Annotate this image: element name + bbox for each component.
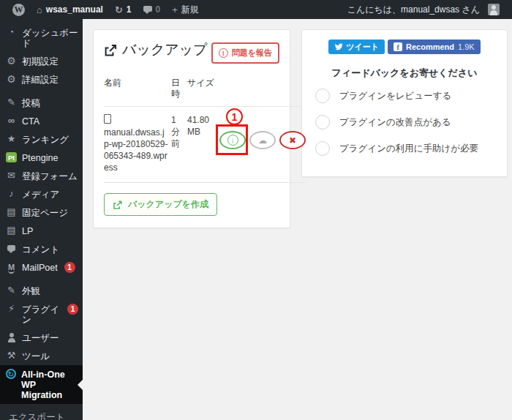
facebook-recommend-button[interactable]: f Recommend 1.9K [388,40,481,54]
feedback-option-2[interactable]: プラグインの利用に手助けが必要 [314,135,495,162]
column-header-date: 日時 [171,71,187,107]
download-backup-button[interactable]: ↓ [219,131,246,149]
sidebar-item-label: 初期設定 [22,56,59,67]
feedback-option-label: プラグインをレビューする [339,90,451,102]
count-badge: 1 [67,304,78,315]
delete-backup-button[interactable]: ✖ [279,131,306,149]
page-title: バックアップ [104,40,208,59]
sidebar-item-mailpoet[interactable]: MailPoet1 [0,258,83,277]
plugin-icon [6,304,17,314]
admin-bar: W ⌂ wsas_manual ↻ 1 0 + 新規 こんにちは、manual_… [0,0,512,19]
ptengine-icon [6,152,17,162]
user-icon [6,332,17,342]
report-issue-button[interactable]: ! 問題を報告 [211,42,279,64]
backup-date-cell: 1分前 [171,107,187,183]
sidebar-item-cta[interactable]: CTA [0,112,83,130]
sidebar-item-lp[interactable]: LP [0,222,83,240]
account-menu[interactable]: こんにちは、manual_dwsas さん [342,0,505,19]
sidebar-item-ranking[interactable]: ランキング [0,130,83,149]
sidebar-item-pages[interactable]: 固定ページ [0,203,83,222]
twitter-bird-icon [334,42,343,51]
export-icon [113,200,123,210]
plus-icon: + [172,4,178,15]
sidebar-item-plugins[interactable]: プラグイン1 [0,300,83,329]
pin-icon [6,97,17,108]
submenu-item-export[interactable]: エクスポート [0,410,83,420]
sidebar-item-dashboard[interactable]: ダッシュボード [0,23,83,52]
column-header-name: 名前 [104,71,171,107]
sidebar-item-appearance[interactable]: 外観 [0,282,83,300]
submenu-item-label: エクスポート [9,412,64,420]
sidebar-item-label: コメント [22,244,59,255]
mailpoet-icon [6,262,17,272]
gear-icon [6,56,17,67]
migration-submenu: エクスポートインポートバックアップ [0,404,83,420]
annotation-step-number: 1 [226,108,243,125]
greeting-text: こんにちは、manual_dwsas さん [347,4,480,16]
updates-menu[interactable]: ↻ 1 [110,0,137,19]
tools-icon [6,350,17,361]
file-icon [104,114,111,124]
home-icon: ⌂ [37,4,42,15]
feedback-option-1[interactable]: プラグインの改善点がある [314,109,495,135]
sidebar-item-label: ツール [22,350,50,361]
migration-icon [6,369,16,379]
create-backup-button[interactable]: バックアップを作成 [104,193,217,216]
wp-logo-menu[interactable]: W [7,0,30,19]
alert-icon: ! [219,48,228,58]
feedback-heading: フィードバックをお寄せください [314,67,495,80]
download-icon: ↓ [227,135,238,146]
link-icon [6,116,17,126]
sidebar-item-label: LP [22,225,33,236]
sidebar-item-all-in-one-wp-migration[interactable]: All-in-One WP Migration [0,365,83,404]
sidebar-item-users[interactable]: ユーザー [0,329,83,347]
avatar [488,4,500,15]
sidebar-item-label: メディア [22,189,59,200]
restore-cloud-icon: ☁ [258,135,267,146]
backups-table: 名前 日時 サイズ manual.dwsas.jp-wp-20180529-06… [104,71,279,183]
admin-sidebar: ダッシュボード初期設定詳細設定投稿CTAランキングPtengine登録フォームメ… [0,19,83,420]
sidebar-item-media[interactable]: メディア [0,185,83,203]
backup-card: バックアップ ! 問題を報告 名前 日時 サイズ manual.dwsas.jp… [93,29,290,228]
sidebar-item-registration-form[interactable]: 登録フォーム [0,167,83,185]
sidebar-item-label: 外観 [22,285,40,296]
comment-icon [6,244,17,254]
radio-button[interactable] [315,89,330,103]
sidebar-item-tools[interactable]: ツール [0,347,83,365]
feedback-option-label: プラグインの改善点がある [339,116,451,129]
sidebar-item-initial-settings[interactable]: 初期設定 [0,52,83,70]
radio-button[interactable] [315,115,330,130]
feedback-option-0[interactable]: プラグインをレビューする [314,83,495,109]
sidebar-item-comments[interactable]: コメント [0,240,83,258]
sidebar-item-label: ダッシュボード [22,27,78,48]
radio-button[interactable] [315,141,330,156]
sidebar-item-label: ランキング [22,134,69,145]
sidebar-item-advanced-settings[interactable]: 詳細設定 [0,70,83,89]
site-name-menu[interactable]: ⌂ wsas_manual [31,0,108,19]
comments-menu[interactable]: 0 [138,0,166,19]
sidebar-item-label: All-in-One WP Migration [21,369,78,400]
export-icon [104,43,118,57]
mail-icon [6,170,17,181]
count-badge: 1 [64,262,75,273]
recommend-count: 1.9K [458,42,475,51]
column-header-size: サイズ [187,71,218,107]
new-menu[interactable]: + 新規 [167,0,204,19]
backup-name-cell: manual.dwsas.jp-wp-20180529-065343-489.w… [104,107,171,183]
feedback-option-label: プラグインの利用に手助けが必要 [339,143,478,155]
delete-x-icon: ✖ [289,135,296,146]
backup-file-name: manual.dwsas.jp-wp-20180529-065343-489.w… [104,127,167,173]
update-count: 1 [127,4,132,15]
backup-size-cell: 41.80 MB [187,107,218,183]
pages-icon [6,225,17,236]
sidebar-item-label: ユーザー [22,332,59,343]
sidebar-item-ptengine[interactable]: Ptengine [0,149,83,167]
dashboard-icon [6,27,17,37]
pages-icon [6,207,17,217]
tweet-button[interactable]: ツイート [328,40,385,54]
gear-icon [6,74,17,85]
sidebar-item-label: CTA [22,116,39,127]
sidebar-item-posts[interactable]: 投稿 [0,94,83,112]
restore-backup-button[interactable]: ☁ [249,131,276,149]
facebook-f-icon: f [394,42,402,51]
